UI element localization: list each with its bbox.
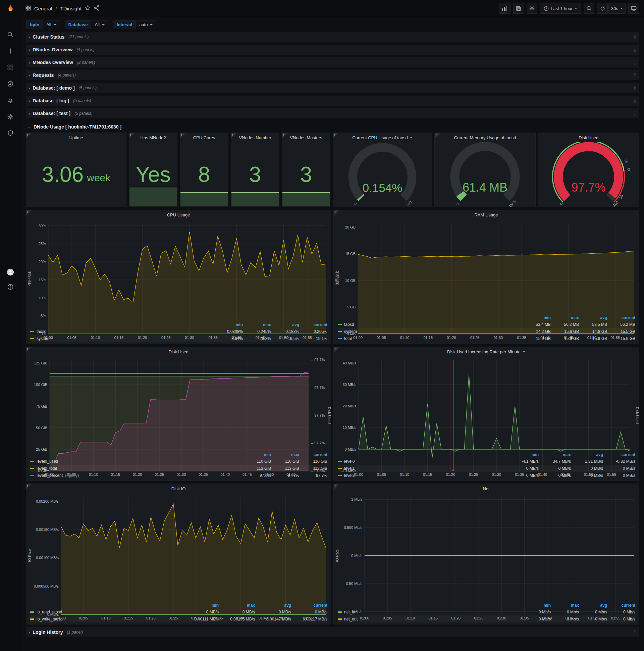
legend-row-taosd[interactable]: taosd53.4 MB56.2 MB53.5 MB56.2 MB: [338, 321, 635, 328]
legend-sort-current[interactable]: current: [603, 452, 635, 457]
panel-title[interactable]: CPU Usage: [26, 210, 331, 219]
panel-info-icon[interactable]: i: [180, 133, 186, 138]
legend-sort-max[interactable]: max: [271, 452, 299, 457]
row-cluster-status[interactable]: ›Cluster Status(21 panels)⣿: [26, 32, 639, 42]
cycle-view-mode-button[interactable]: [628, 3, 639, 14]
legend-sort-current[interactable]: current: [299, 452, 327, 457]
panel-title[interactable]: CPU Cores: [180, 133, 228, 142]
row-drag-handle[interactable]: ⣿: [634, 73, 637, 78]
legend-sort-avg[interactable]: avg: [579, 315, 607, 320]
row-drag-handle[interactable]: ⣿: [634, 35, 637, 39]
legend-row-level0_total[interactable]: level0_total113 GiB113 GiB113 GiB: [30, 465, 327, 472]
add-panel-button[interactable]: [499, 3, 511, 14]
legend-row-system[interactable]: system8.64%28.3%19.5%19.1%: [30, 335, 327, 342]
dashboard-settings-button[interactable]: [526, 3, 537, 14]
row-dnodes-overview[interactable]: ›DNodes Overview(4 panels)⣿: [26, 44, 639, 55]
row-drag-handle[interactable]: ⣿: [634, 86, 637, 90]
legend-sort-min[interactable]: min: [183, 603, 219, 608]
row-database-log[interactable]: ›Database: [ log ](5 panels)⣿: [26, 96, 639, 106]
panel-info-icon[interactable]: i: [334, 347, 340, 353]
panel-info-icon[interactable]: i: [282, 133, 288, 138]
zoom-out-time-button[interactable]: [584, 3, 594, 14]
legend-row-level2[interactable]: level20 MB/s0 MB/s0 MB/s0 MB/s: [338, 472, 635, 479]
disk-used-chart[interactable]: 125 GiB100 GiB75 GiB50 GiB25 GiB0 GiB01:…: [26, 356, 331, 451]
refresh-interval-picker[interactable]: 30s: [608, 3, 625, 14]
legend-sort-current[interactable]: current: [291, 603, 327, 608]
legend-sort-max[interactable]: max: [243, 322, 271, 327]
legend-row-taosd[interactable]: taosd0.0808%0.245%0.183%0.205%: [30, 328, 327, 335]
panel-title[interactable]: Disk Used: [26, 347, 331, 356]
legend-sort-max[interactable]: max: [219, 603, 255, 608]
panel-title[interactable]: Current CPU Usage of taosd: [333, 133, 432, 142]
variable-value-interval[interactable]: auto: [135, 20, 156, 29]
panel-title[interactable]: Disk Used Increasing Rate per Minute: [334, 347, 639, 356]
net-chart[interactable]: 1 Mb/s0.500 Mb/s0 Mb/s-0.50 Mb/s-1 Mb/s0…: [334, 493, 639, 602]
cpu-usage-gauge[interactable]: 01000.154%: [333, 142, 432, 207]
panel-title[interactable]: Disk IO: [26, 484, 331, 493]
row-drag-handle[interactable]: ⣿: [634, 98, 637, 103]
variable-value-database[interactable]: All: [91, 20, 108, 29]
legend-row-net_out[interactable]: net_out0 Mb/s0 Mb/s0 Mb/s0 Mb/s: [338, 615, 635, 622]
row-drag-handle[interactable]: ⣿: [634, 630, 637, 634]
legend-row-level1[interactable]: level10 MB/s0 MB/s0 MB/s0 MB/s: [338, 465, 635, 472]
panel-title[interactable]: Disk Used: [538, 133, 639, 142]
server-admin-shield-icon[interactable]: [7, 129, 14, 137]
disk-io-chart[interactable]: 0.00200 MB/s0.00150 MB/s0.00100 MB/s0.00…: [26, 493, 331, 602]
panel-title[interactable]: Has MNode?: [129, 133, 177, 142]
legend-row-level0_used[interactable]: level0_used110 GiB110 GiB110 GiB: [30, 458, 327, 465]
panel-title[interactable]: RAM Usage: [334, 210, 639, 219]
legend-sort-avg[interactable]: avg: [255, 603, 291, 608]
legend-sort-min[interactable]: min: [523, 315, 551, 320]
variable-value-fqdn[interactable]: All: [42, 20, 60, 29]
legend-sort-min[interactable]: min: [523, 603, 551, 608]
legend-sort-max[interactable]: max: [551, 315, 579, 320]
explore-compass-icon[interactable]: [7, 80, 14, 88]
panel-title[interactable]: VNodes Masters: [282, 133, 330, 142]
panel-info-icon[interactable]: i: [26, 133, 32, 138]
panel-title[interactable]: Current Memory Usage of taosd: [435, 133, 535, 142]
ram-usage-chart[interactable]: 20 GB15 GB10 GB5 GB0 MB01:0001:0501:1001…: [334, 219, 639, 314]
legend-row-io_write_taosd[interactable]: io_write_taosd0.00111 MB/s0.00195 MB/s0.…: [30, 615, 327, 622]
refresh-button[interactable]: [597, 3, 608, 14]
panel-info-icon[interactable]: i: [334, 484, 340, 490]
legend-sort-avg[interactable]: avg: [571, 452, 603, 457]
legend-sort-max[interactable]: max: [551, 603, 579, 608]
memory-usage-gauge[interactable]: 0158961.4 MB: [435, 142, 535, 207]
legend-sort-min[interactable]: min: [243, 452, 271, 457]
grafana-logo[interactable]: [0, 0, 21, 18]
legend-sort-max[interactable]: max: [539, 452, 571, 457]
row-requests[interactable]: ›Requests(4 panels)⣿: [26, 70, 639, 80]
row-database-demo[interactable]: ›Database: [ demo ](5 panels)⣿: [26, 83, 639, 93]
row-login-history[interactable]: ›Login History(1 panel)⣿: [26, 627, 639, 637]
star-icon[interactable]: [85, 5, 91, 12]
alerting-bell-icon[interactable]: [7, 97, 14, 104]
configuration-gear-icon[interactable]: [7, 113, 14, 121]
panel-info-icon[interactable]: i: [26, 210, 32, 216]
legend-sort-avg[interactable]: avg: [579, 603, 607, 608]
row-database-test[interactable]: ›Database: [ test ](5 panels)⣿: [26, 108, 639, 119]
breadcrumb-section[interactable]: General: [34, 6, 52, 11]
legend-sort-min[interactable]: min: [215, 322, 243, 327]
panel-info-icon[interactable]: i: [129, 133, 135, 138]
legend-sort-current[interactable]: current: [607, 315, 635, 320]
search-icon[interactable]: [7, 31, 14, 38]
legend-sort-min[interactable]: min: [507, 452, 539, 457]
row-drag-handle[interactable]: ⣿: [634, 60, 637, 65]
help-icon[interactable]: [7, 283, 14, 290]
create-plus-icon[interactable]: [7, 47, 14, 55]
legend-row-system[interactable]: system14.2 GB15.6 GB14.8 GB15.5 GB: [338, 328, 635, 335]
panel-info-icon[interactable]: i: [334, 210, 340, 216]
time-range-picker[interactable]: Last 1 hour: [540, 3, 581, 14]
cpu-usage-chart[interactable]: 30%25%20%15%10%5%0%01:0001:0501:1001:150…: [26, 219, 331, 321]
legend-row-total[interactable]: total15.9 GB15.9 GB15.9 GB15.9 GB: [338, 335, 635, 342]
panel-info-icon[interactable]: i: [26, 347, 32, 353]
dashboards-icon[interactable]: [7, 64, 14, 71]
row-dnode-usage[interactable]: ⌄DNode Usage [ huolinhe-TM1701:6030 ]: [26, 121, 639, 132]
disk-rate-chart[interactable]: 40 MB/s30 MB/s20 MB/s10 MB/s0 MB/s-10 MB…: [334, 356, 639, 451]
legend-sort-current[interactable]: current: [299, 322, 327, 327]
panel-info-icon[interactable]: i: [231, 133, 237, 138]
legend-row-io_read_taosd[interactable]: io_read_taosd0 MB/s0 MB/s0 MB/s0 MB/s: [30, 609, 327, 615]
panel-title[interactable]: VNodes Number: [231, 133, 279, 142]
row-mnodes-overview[interactable]: ›MNodes Overview(2 panels)⣿: [26, 57, 639, 67]
share-icon[interactable]: [94, 5, 100, 12]
